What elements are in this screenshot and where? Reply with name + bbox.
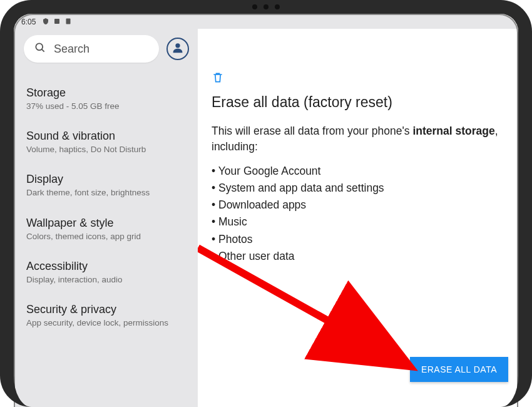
sidebar-item-accessibility[interactable]: Accessibility Display, interaction, audi…	[24, 251, 189, 294]
shield-icon	[42, 18, 49, 27]
sidebar-item-label: Display	[26, 173, 187, 186]
sidebar-item-label: Sound & vibration	[26, 130, 187, 143]
sidebar-item-label: Accessibility	[26, 260, 187, 273]
lead-prefix: This will erase all data from your phone…	[212, 125, 412, 137]
sidebar-item-label: Wallpaper & style	[26, 217, 187, 230]
svg-rect-1	[66, 18, 71, 24]
bullet-list: Your Google Account System and app data …	[212, 163, 502, 265]
bullet-item: Downloaded apps	[212, 197, 502, 214]
settings-sidebar: Search Storage 37% used - 5.05 GB free S…	[15, 29, 198, 407]
sidebar-item-subtitle: Display, interaction, audio	[26, 274, 187, 286]
sidebar-item-subtitle: 37% used - 5.05 GB free	[26, 101, 187, 112]
user-icon	[171, 41, 185, 57]
sidebar-item-subtitle: Dark theme, font size, brightness	[26, 187, 187, 198]
svg-point-4	[175, 43, 180, 48]
trash-icon	[212, 71, 224, 85]
bullet-item: System and app data and settings	[212, 180, 502, 197]
bullet-item: Other user data	[212, 248, 502, 265]
bullet-item: Music	[212, 214, 502, 230]
erase-all-data-button[interactable]: ERASE ALL DATA	[410, 357, 508, 382]
status-bar: 6:05	[15, 15, 517, 29]
sidebar-item-subtitle: Colors, themed icons, app grid	[26, 231, 187, 242]
sidebar-item-storage[interactable]: Storage 37% used - 5.05 GB free	[24, 78, 189, 121]
search-input[interactable]: Search	[24, 35, 159, 63]
lead-text: This will erase all data from your phone…	[212, 123, 502, 154]
sidebar-item-subtitle: Volume, haptics, Do Not Disturb	[26, 144, 187, 155]
sidebar-item-wallpaper[interactable]: Wallpaper & style Colors, themed icons, …	[24, 208, 189, 251]
search-icon	[34, 41, 46, 57]
page-title: Erase all data (factory reset)	[212, 94, 502, 111]
bullet-item: Photos	[212, 231, 502, 248]
profile-avatar[interactable]	[166, 38, 189, 60]
sidebar-item-label: Security & privacy	[26, 303, 187, 316]
sidebar-item-label: Storage	[26, 86, 187, 100]
sidebar-item-subtitle: App security, device lock, permissions	[26, 317, 187, 329]
svg-point-2	[36, 43, 43, 50]
search-placeholder: Search	[54, 43, 90, 56]
sidebar-item-sound[interactable]: Sound & vibration Volume, haptics, Do No…	[24, 121, 189, 164]
square-icon	[53, 18, 61, 27]
card-icon	[64, 18, 72, 27]
bullet-item: Your Google Account	[212, 163, 502, 180]
lead-bold: internal storage	[412, 125, 494, 137]
status-time: 6:05	[21, 18, 36, 26]
svg-rect-0	[54, 19, 59, 24]
main-content: Erase all data (factory reset) This will…	[198, 29, 517, 407]
svg-line-3	[42, 49, 44, 51]
sidebar-item-display[interactable]: Display Dark theme, font size, brightnes…	[24, 164, 189, 207]
sidebar-item-security[interactable]: Security & privacy App security, device …	[24, 294, 189, 337]
